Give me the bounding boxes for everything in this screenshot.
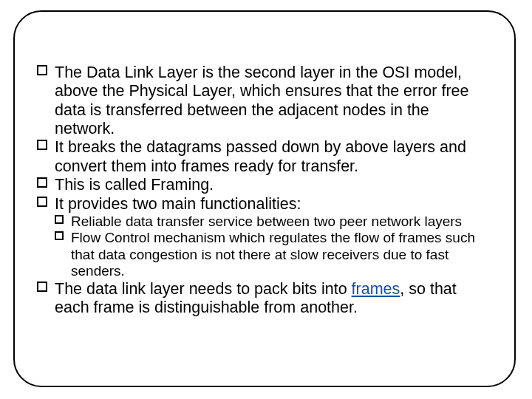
sub-bullet-text: Reliable data transfer service between t… bbox=[71, 214, 462, 229]
bullet-item: It breaks the datagrams passed down by a… bbox=[37, 138, 492, 176]
bullet-item: This is called Framing. bbox=[37, 176, 492, 194]
sub-bullet-item: Reliable data transfer service between t… bbox=[37, 214, 492, 230]
square-bullet-icon bbox=[37, 282, 47, 292]
bullet-text: It breaks the datagrams passed down by a… bbox=[55, 138, 466, 174]
frames-link[interactable]: frames bbox=[352, 280, 400, 298]
square-bullet-icon bbox=[37, 197, 47, 207]
bullet-text: This is called Framing. bbox=[55, 176, 214, 194]
sub-bullet-text: Flow Control mechanism which regulates t… bbox=[71, 230, 475, 279]
sub-bullet-item: Flow Control mechanism which regulates t… bbox=[37, 230, 492, 279]
square-bullet-icon bbox=[55, 215, 64, 224]
slide-frame: The Data Link Layer is the second layer … bbox=[13, 10, 516, 387]
bullet-text: It provides two main functionalities: bbox=[55, 195, 301, 213]
bullet-text-pre: The data link layer needs to pack bits i… bbox=[55, 280, 352, 298]
square-bullet-icon bbox=[37, 140, 47, 150]
bullet-item: The Data Link Layer is the second layer … bbox=[37, 64, 492, 138]
square-bullet-icon bbox=[37, 65, 47, 75]
bullet-item: It provides two main functionalities: bbox=[37, 195, 492, 214]
bullet-item: The data link layer needs to pack bits i… bbox=[37, 280, 492, 318]
square-bullet-icon bbox=[37, 177, 47, 188]
square-bullet-icon bbox=[55, 231, 64, 240]
bullet-text: The Data Link Layer is the second layer … bbox=[55, 64, 469, 137]
